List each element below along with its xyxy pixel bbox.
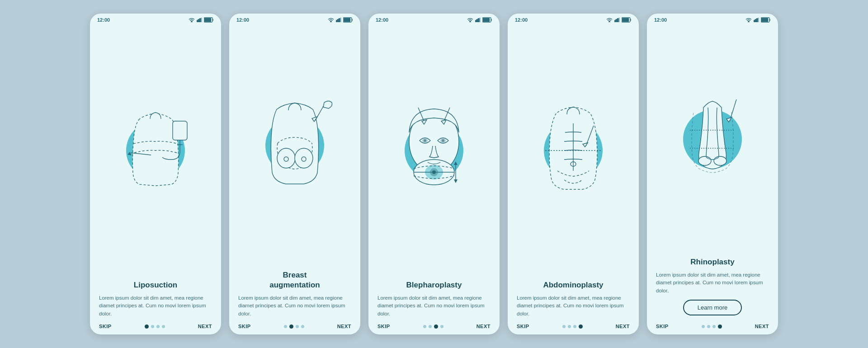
- svg-rect-44: [614, 20, 616, 22]
- nav-bar-5: SKIP NEXT: [647, 321, 778, 334]
- dots-1: [145, 324, 165, 329]
- signal-icon-3: [475, 18, 481, 22]
- svg-rect-4: [201, 18, 202, 22]
- dot-2-1: [289, 324, 293, 329]
- svg-rect-46: [617, 19, 618, 22]
- svg-point-30: [424, 139, 426, 142]
- dots-5: [702, 324, 722, 329]
- dot-5-3: [718, 324, 722, 329]
- svg-rect-12: [337, 19, 339, 22]
- status-time-1: 12:00: [97, 17, 110, 23]
- svg-rect-57: [758, 18, 759, 22]
- svg-point-32: [442, 139, 444, 142]
- screen-blepharoplasty: 12:00: [368, 14, 500, 334]
- illustration-rhinoplasty: [647, 24, 778, 254]
- dots-4: [562, 324, 583, 329]
- wifi-icon-3: [467, 18, 473, 22]
- text-content-blepharoplasty: Blepharoplasty Lorem ipsum dolor sit dim…: [368, 277, 500, 321]
- status-bar-1: 12:00: [90, 14, 221, 24]
- signal-icon-5: [754, 18, 759, 22]
- svg-rect-45: [616, 19, 617, 22]
- screen-breast-augmentation: 12:00: [229, 14, 360, 334]
- status-bar-4: 12:00: [508, 14, 639, 24]
- svg-rect-13: [339, 19, 340, 22]
- screen-rhinoplasty: 12:00: [647, 14, 778, 334]
- dot-2-2: [296, 325, 299, 328]
- status-bar-3: 12:00: [368, 14, 500, 24]
- signal-icon-4: [614, 18, 620, 22]
- skip-button-3[interactable]: SKIP: [377, 324, 390, 329]
- dot-3-2: [434, 324, 438, 329]
- status-icons-3: [467, 17, 492, 23]
- svg-rect-2: [198, 19, 199, 22]
- svg-rect-47: [619, 18, 620, 22]
- illustration-abdominoplasty: [508, 24, 639, 277]
- procedure-title-1: Liposuction: [99, 280, 212, 290]
- svg-marker-38: [454, 161, 458, 165]
- dot-2-3: [301, 325, 304, 328]
- skip-button-2[interactable]: SKIP: [238, 324, 251, 329]
- screen-abdominoplasty: 12:00: [508, 14, 639, 334]
- status-time-4: 12:00: [515, 17, 528, 23]
- procedure-title-5: Rhinoplasty: [656, 257, 769, 267]
- nav-bar-3: SKIP NEXT: [368, 321, 500, 334]
- learn-more-button[interactable]: Learn more: [683, 300, 742, 315]
- nav-bar-2: SKIP NEXT: [229, 321, 360, 334]
- nav-bar-1: SKIP NEXT: [90, 321, 221, 334]
- svg-rect-49: [623, 19, 629, 22]
- svg-rect-59: [762, 19, 768, 22]
- svg-point-21: [470, 21, 471, 22]
- screens-container: 12:00: [90, 14, 778, 334]
- skip-button-4[interactable]: SKIP: [517, 324, 529, 329]
- nav-bar-4: SKIP NEXT: [508, 321, 639, 334]
- status-time-3: 12:00: [376, 17, 388, 23]
- battery-icon: [204, 17, 214, 23]
- screen-liposuction: 12:00: [90, 14, 221, 334]
- abdominoplasty-svg: [524, 101, 623, 200]
- procedure-title-4: Abdominoplasty: [517, 280, 630, 290]
- status-icons-5: [745, 17, 771, 23]
- dot-2-0: [284, 325, 287, 328]
- next-button-1[interactable]: NEXT: [198, 324, 212, 329]
- rhinoplasty-svg: [663, 89, 762, 189]
- next-button-3[interactable]: NEXT: [476, 324, 491, 329]
- breast-aug-svg: [245, 96, 344, 195]
- battery-icon-5: [761, 17, 771, 23]
- procedure-desc-1: Lorem ipsum dolor sit dim amet, mea regi…: [99, 294, 212, 318]
- dot-3-3: [440, 325, 443, 328]
- wifi-icon-5: [745, 18, 752, 22]
- next-button-2[interactable]: NEXT: [337, 324, 351, 329]
- procedure-desc-4: Lorem ipsum dolor sit dim amet, mea regi…: [517, 294, 630, 318]
- svg-point-0: [191, 21, 192, 22]
- dot-1-2: [156, 325, 160, 328]
- svg-rect-14: [340, 18, 341, 22]
- dot-5-2: [712, 325, 716, 328]
- skip-button-5[interactable]: SKIP: [656, 324, 669, 329]
- svg-point-61: [714, 156, 726, 165]
- svg-rect-7: [173, 121, 187, 140]
- dot-1-1: [151, 325, 154, 328]
- svg-rect-11: [336, 20, 337, 22]
- svg-marker-39: [454, 179, 458, 183]
- status-time-2: 12:00: [236, 17, 249, 23]
- next-button-5[interactable]: NEXT: [755, 324, 769, 329]
- illustration-liposuction: [90, 24, 221, 277]
- svg-point-10: [330, 21, 331, 22]
- svg-point-53: [748, 21, 749, 22]
- text-content-abdominoplasty: Abdominoplasty Lorem ipsum dolor sit dim…: [508, 277, 639, 321]
- procedure-desc-3: Lorem ipsum dolor sit dim amet, mea regi…: [377, 294, 491, 318]
- battery-icon-3: [482, 17, 492, 23]
- liposuction-svg: [106, 101, 205, 200]
- skip-button-1[interactable]: SKIP: [99, 324, 112, 329]
- dot-1-3: [162, 325, 165, 328]
- procedure-title-3: Blepharoplasty: [377, 280, 491, 290]
- dots-3: [423, 324, 443, 329]
- svg-rect-24: [478, 19, 479, 22]
- dot-3-0: [423, 325, 426, 328]
- dots-2: [284, 324, 304, 329]
- svg-point-18: [295, 148, 313, 168]
- svg-rect-3: [199, 19, 201, 22]
- next-button-4[interactable]: NEXT: [616, 324, 630, 329]
- procedure-title-2: Breast augmentation: [238, 270, 351, 290]
- svg-rect-54: [754, 20, 755, 22]
